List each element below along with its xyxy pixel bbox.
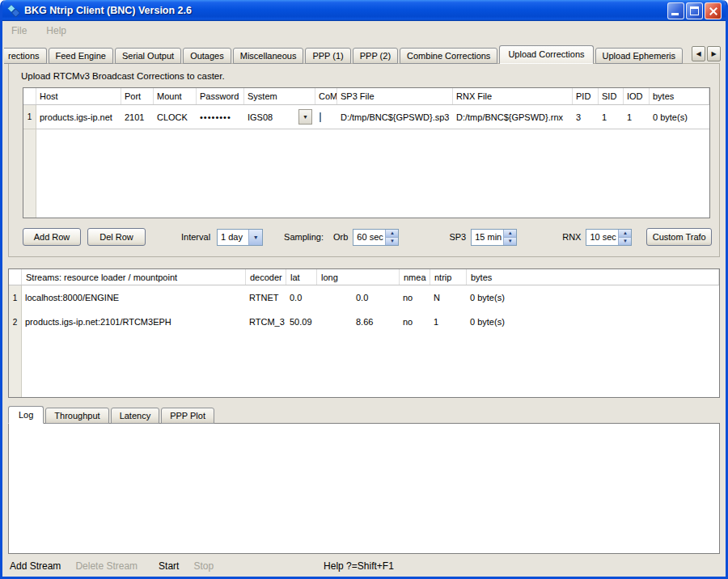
row-number-gutter: 1 2	[9, 285, 22, 397]
rnx-spinner[interactable]: 10 sec ▲ ▼	[586, 229, 632, 246]
stream-ntrip: 1	[430, 317, 467, 327]
column-header-lat: lat	[286, 269, 317, 285]
sid-field[interactable]: 1	[599, 112, 624, 122]
del-row-button[interactable]: Del Row	[87, 228, 146, 246]
rnx-value: 10 sec	[586, 230, 618, 245]
column-header-mount: Mount	[154, 88, 197, 104]
streams-table-header: Streams: resource loader / mountpoint de…	[9, 269, 719, 285]
maximize-icon	[690, 6, 699, 15]
system-select[interactable]: IGS08 ▼	[244, 109, 315, 125]
spin-down-button[interactable]: ▼	[504, 238, 516, 245]
orb-label: Orb	[333, 232, 348, 242]
header-corner	[23, 88, 36, 104]
tab-latency[interactable]: Latency	[111, 408, 160, 424]
port-field[interactable]: 2101	[121, 112, 154, 122]
start-action[interactable]: Start	[159, 560, 179, 572]
tab-feed-engine[interactable]: Feed Engine	[49, 48, 113, 64]
tab-log[interactable]: Log	[8, 406, 44, 424]
row-number: 1	[9, 285, 21, 310]
spin-up-button[interactable]: ▲	[504, 230, 516, 238]
column-header-bytes: bytes	[467, 269, 719, 285]
sp3-value: 15 min	[472, 230, 503, 245]
stream-ntrip: N	[430, 293, 467, 302]
sp3-file-field[interactable]: D:/tmp/BNC${GPSWD}.sp3	[337, 112, 453, 122]
interval-value: 1 day	[218, 230, 248, 245]
column-header-password: Password	[197, 88, 244, 104]
column-header-rnx-file: RNX File	[453, 88, 573, 104]
tab-upload-corrections[interactable]: Upload Corrections	[499, 45, 593, 64]
sampling-label: Sampling:	[284, 232, 324, 242]
right-arrow-icon: ▶	[711, 50, 716, 57]
spin-up-button[interactable]: ▲	[619, 230, 631, 238]
tab-upload-ephemeris[interactable]: Upload Ephemeris	[595, 48, 684, 64]
upload-description: Upload RTCMv3 Broadcast Corrections to c…	[21, 71, 712, 81]
com-checkbox[interactable]	[320, 112, 321, 122]
maximize-button[interactable]	[686, 2, 703, 19]
rnx-file-field[interactable]: D:/tmp/BNC${GPSWD}.rnx	[453, 112, 573, 122]
column-header-long: long	[317, 269, 400, 285]
row-number: 2	[9, 310, 21, 334]
tab-scroll-right-button[interactable]: ▶	[707, 46, 721, 61]
stream-decoder: RTNET	[246, 293, 286, 302]
tab-ppp-plot[interactable]: PPP Plot	[161, 408, 214, 424]
custom-trafo-button[interactable]: Custom Trafo	[646, 228, 712, 246]
spin-down-button[interactable]: ▼	[619, 238, 631, 245]
tab-throughput[interactable]: Throughput	[45, 408, 108, 424]
stream-row[interactable]: localhost:8000/ENGINE RTNET 0.0 0.0 no N…	[22, 285, 719, 310]
help-text: Help ?=Shift+F1	[324, 560, 394, 572]
stream-bytes: 0 byte(s)	[467, 317, 719, 327]
password-field[interactable]: ••••••••	[197, 112, 244, 122]
left-arrow-icon: ◀	[696, 50, 700, 57]
stream-mountpoint: products.igs-ip.net:2101/RTCM3EPH	[22, 317, 246, 327]
column-header-bytes: bytes	[650, 88, 709, 104]
mount-field[interactable]: CLOCK	[154, 112, 197, 122]
iod-field[interactable]: 1	[624, 112, 650, 122]
host-field[interactable]: products.igs-ip.net	[36, 112, 121, 122]
upload-table-header: Host Port Mount Password System CoM SP3 …	[23, 88, 709, 105]
interval-select[interactable]: 1 day ▼	[217, 229, 263, 246]
upload-table-row[interactable]: products.igs-ip.net 2101 CLOCK •••••••• …	[36, 105, 709, 129]
streams-table: Streams: resource loader / mountpoint de…	[8, 268, 720, 398]
tab-outages[interactable]: Outages	[183, 48, 231, 64]
close-icon	[705, 3, 721, 19]
bottom-tab-bar: Log Throughput Latency PPP Plot	[8, 406, 726, 424]
app-icon	[7, 4, 20, 17]
tab-corrections[interactable]: rections	[4, 48, 47, 64]
menu-item-help[interactable]: Help	[44, 23, 68, 38]
stream-decoder: RTCM_3	[246, 317, 286, 327]
tab-combine-corrections[interactable]: Combine Corrections	[400, 48, 497, 64]
close-button[interactable]	[705, 2, 722, 19]
column-header-host: Host	[36, 88, 121, 104]
stream-nmea: no	[400, 317, 430, 327]
stream-bytes: 0 byte(s)	[467, 293, 719, 302]
header-corner	[9, 269, 22, 285]
dropdown-arrow-icon[interactable]: ▼	[298, 109, 312, 125]
column-header-port: Port	[121, 88, 154, 104]
stream-long: 0.0	[317, 293, 400, 302]
tab-ppp-2[interactable]: PPP (2)	[353, 48, 398, 64]
spin-down-button[interactable]: ▼	[386, 238, 398, 245]
tab-ppp-1[interactable]: PPP (1)	[305, 48, 350, 64]
minimize-button[interactable]	[667, 2, 684, 19]
menu-item-file[interactable]: File	[10, 23, 28, 38]
window-title: BKG Ntrip Client (BNC) Version 2.6	[24, 5, 666, 16]
column-header-nmea: nmea	[400, 269, 430, 285]
add-stream-action[interactable]: Add Stream	[10, 560, 61, 572]
tab-miscellaneous[interactable]: Miscellaneous	[233, 48, 304, 64]
spin-up-button[interactable]: ▲	[386, 230, 398, 238]
orb-value: 60 sec	[353, 230, 385, 245]
system-select-value: IGS08	[248, 112, 273, 122]
column-header-pid: PID	[573, 88, 599, 104]
pid-field[interactable]: 3	[573, 112, 599, 122]
tab-serial-output[interactable]: Serial Output	[115, 48, 181, 64]
dropdown-arrow-icon[interactable]: ▼	[248, 230, 262, 245]
sp3-spinner[interactable]: 15 min ▲ ▼	[471, 229, 517, 246]
stream-row[interactable]: products.igs-ip.net:2101/RTCM3EPH RTCM_3…	[22, 310, 719, 334]
interval-label: Interval	[181, 232, 210, 242]
add-row-button[interactable]: Add Row	[23, 228, 81, 246]
orb-spinner[interactable]: 60 sec ▲ ▼	[353, 229, 399, 246]
row-number-gutter: 1	[23, 105, 36, 218]
title-bar[interactable]: BKG Ntrip Client (BNC) Version 2.6	[2, 0, 726, 21]
log-area	[8, 423, 720, 554]
tab-scroll-left-button[interactable]: ◀	[692, 46, 705, 61]
